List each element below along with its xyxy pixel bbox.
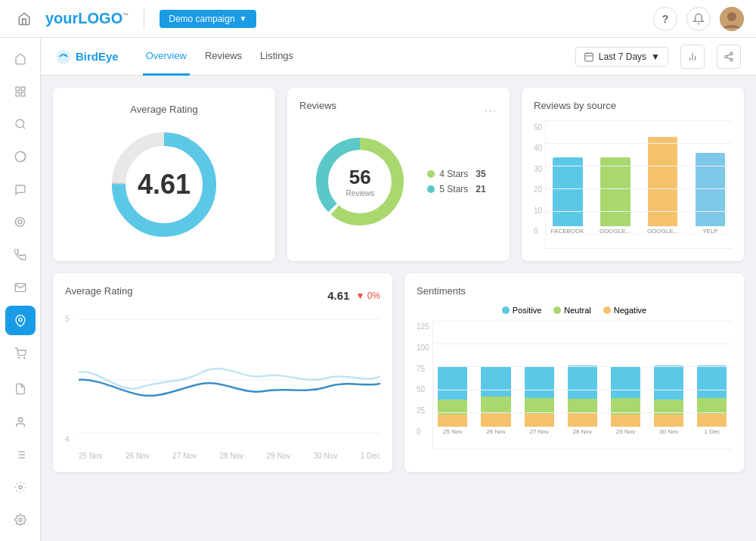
legend-dot-negative [603, 306, 611, 314]
line-chart-area: 5 4 [65, 309, 380, 460]
sidebar-item-integrations[interactable] [5, 472, 36, 502]
sidebar-item-phone[interactable] [5, 241, 36, 270]
svg-point-14 [18, 418, 22, 421]
svg-point-40 [730, 52, 733, 55]
sentiments-card: Sentiments Positive Neutral [404, 273, 744, 472]
notifications-button[interactable] [686, 7, 711, 31]
reviews-legend: 4 Stars 35 5 Stars 21 [427, 169, 485, 194]
svg-point-6 [16, 120, 24, 128]
date-dropdown-icon: ▼ [651, 51, 660, 62]
line-chart-title: Average Rating [65, 285, 132, 297]
sentiments-title: Sentiments [417, 285, 732, 297]
svg-point-32 [64, 54, 67, 56]
svg-point-30 [19, 518, 22, 521]
svg-point-10 [15, 217, 24, 226]
svg-rect-2 [16, 87, 20, 91]
svg-line-7 [23, 126, 25, 129]
svg-rect-33 [584, 53, 593, 61]
svg-point-13 [23, 357, 24, 358]
svg-point-12 [18, 357, 19, 358]
line-yaxis: 5 4 [65, 315, 76, 443]
legend-dot-neutral [553, 306, 561, 314]
tab-overview[interactable]: Overview [143, 38, 190, 76]
sidebar-item-grid[interactable] [5, 76, 36, 106]
source-chart-area: 0 10 20 30 40 50 [534, 120, 732, 249]
sub-nav: BirdEye Overview Reviews Listings Last 7… [41, 38, 756, 76]
line-chart-header: Average Rating 4.61 ▼ 0% [65, 285, 380, 306]
svg-line-28 [16, 490, 17, 491]
sentiment-bar-4: 29 Nov [606, 321, 645, 435]
avg-rating-card: Average Rating 4.61 [53, 88, 275, 261]
main-container: BirdEye Overview Reviews Listings Last 7… [0, 38, 756, 541]
nav-divider [144, 8, 144, 30]
reviews-count-label: 56 Reviews [345, 166, 374, 197]
reviews-content: 56 Reviews 4 Stars 35 [299, 132, 497, 231]
avg-rating-value: 4.61 [138, 169, 191, 201]
svg-line-29 [23, 483, 24, 484]
svg-line-25 [23, 490, 24, 491]
share-button[interactable] [717, 45, 741, 69]
line-xaxis: 25 Nov 26 Nov 27 Nov 28 Nov 29 Nov 30 No… [79, 452, 380, 460]
top-row: Average Rating 4.61 [53, 88, 744, 261]
reviews-card: Reviews ··· [287, 88, 510, 261]
legend-neutral: Neutral [553, 306, 590, 315]
sentiment-bar-1: 26 Nov [476, 321, 516, 435]
sentiments-bars: 25 Nov 26 Nov [432, 321, 732, 449]
legend-positive: Positive [502, 306, 542, 315]
avg-rating-title: Average Rating [130, 104, 197, 115]
sentiment-bar-5: 30 Nov [649, 321, 689, 435]
svg-rect-3 [21, 87, 25, 91]
sidebar-item-home[interactable] [5, 44, 36, 73]
sidebar-item-reports[interactable] [5, 375, 36, 404]
legend-negative: Negative [603, 306, 646, 315]
demo-campaign-button[interactable]: Demo campaign ▼ [160, 10, 256, 28]
source-yaxis: 0 10 20 30 40 50 [534, 120, 545, 249]
home-nav-icon[interactable] [12, 7, 36, 31]
svg-line-24 [16, 483, 17, 484]
bar-google1: GOOGLE... [593, 120, 637, 235]
legend-5stars: 5 Stars 21 [427, 184, 485, 194]
line-chart-values: 4.61 ▼ 0% [327, 289, 380, 302]
sidebar-item-messages[interactable] [5, 175, 36, 204]
sidebar-item-search[interactable] [5, 110, 36, 139]
legend-dot-positive [502, 306, 510, 314]
bottom-row: Average Rating 4.61 ▼ 0% 5 4 [53, 273, 744, 472]
svg-rect-5 [21, 92, 25, 96]
tab-reviews[interactable]: Reviews [202, 38, 245, 76]
sentiment-bar-3: 28 Nov [562, 321, 602, 435]
legend-dot-5stars [427, 185, 435, 193]
legend-dot-4stars [427, 170, 435, 178]
sidebar-item-analytics[interactable] [5, 142, 36, 172]
svg-line-44 [727, 54, 730, 55]
sentiment-bar-6: 1 Dec [692, 321, 732, 435]
sidebar-item-settings[interactable] [5, 505, 36, 535]
svg-point-42 [730, 58, 733, 61]
svg-line-43 [727, 57, 730, 58]
svg-point-41 [725, 55, 728, 58]
date-range-button[interactable]: Last 7 Days ▼ [575, 47, 668, 67]
avg-rating-line-card: Average Rating 4.61 ▼ 0% 5 4 [53, 273, 392, 472]
dropdown-arrow-icon: ▼ [240, 14, 247, 23]
content-area: BirdEye Overview Reviews Listings Last 7… [41, 38, 756, 541]
svg-point-31 [57, 49, 71, 64]
reviews-by-source-card: Reviews by source 0 10 20 30 40 50 [522, 88, 744, 261]
svg-point-11 [19, 318, 22, 321]
legend-4stars: 4 Stars 35 [427, 169, 485, 179]
help-button[interactable]: ? [653, 7, 677, 31]
svg-point-9 [17, 220, 21, 224]
sidebar-item-user[interactable] [5, 407, 36, 437]
sidebar [0, 38, 41, 541]
sidebar-item-cart[interactable] [5, 338, 36, 368]
bar-google2: GOOGLE... [641, 120, 684, 235]
sentiments-legend: Positive Neutral Negative [417, 306, 732, 315]
sidebar-item-email[interactable] [5, 273, 36, 303]
sentiments-chart: 0 25 50 75 100 125 [417, 321, 732, 449]
sidebar-item-monitor[interactable] [5, 207, 36, 237]
reviews-menu-button[interactable]: ··· [485, 104, 497, 116]
user-avatar[interactable] [720, 7, 744, 31]
sidebar-item-list[interactable] [5, 440, 36, 469]
chart-view-button[interactable] [680, 45, 705, 69]
sidebar-item-location[interactable] [5, 306, 36, 335]
sentiment-bar-0: 25 Nov [433, 321, 472, 435]
tab-listings[interactable]: Listings [257, 38, 296, 76]
